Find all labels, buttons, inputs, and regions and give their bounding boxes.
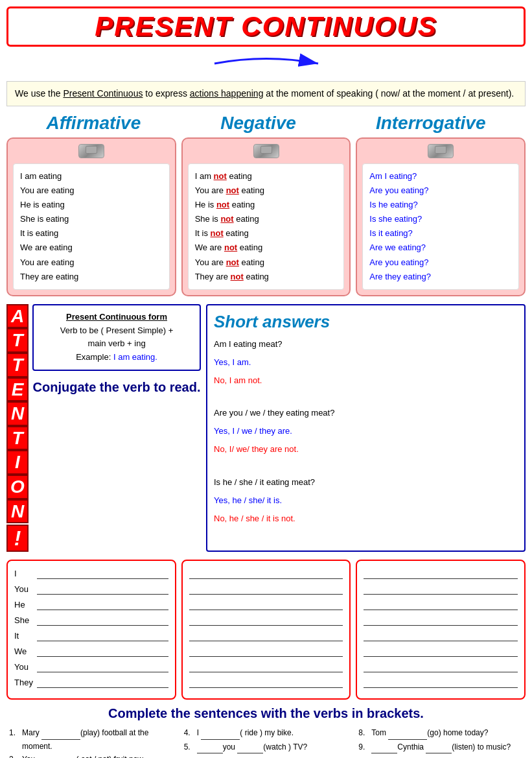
conj-line-We: We bbox=[14, 645, 168, 657]
conj3-line-4 bbox=[364, 614, 518, 626]
short-answers-box: Short answers Am I eating meat? Yes, I a… bbox=[206, 304, 526, 552]
int-line-5: Is it eating? bbox=[369, 226, 512, 241]
page-title: PRESENT CONTINUOUS bbox=[15, 11, 517, 42]
conj2-line-2 bbox=[189, 583, 343, 595]
letter-T2: T bbox=[6, 353, 29, 377]
conj-line-You: You bbox=[14, 583, 168, 595]
conj3-line-2 bbox=[364, 583, 518, 595]
arrow-container bbox=[6, 51, 526, 78]
int-line-1: Am I eating? bbox=[369, 169, 512, 184]
aff-line-7: You are eating bbox=[20, 255, 163, 270]
form-example-text: I am eating. bbox=[113, 352, 157, 362]
fill-9b bbox=[426, 744, 452, 753]
neg-line-1: I am not eating bbox=[195, 169, 338, 184]
conj3-line-1 bbox=[364, 567, 518, 579]
clip-interrogative bbox=[428, 144, 454, 158]
info-text3: at the moment of speaking ( now/ at the … bbox=[263, 88, 514, 99]
letter-T3: T bbox=[6, 426, 29, 451]
letter-T1: T bbox=[6, 328, 29, 353]
conj3-underline-4 bbox=[364, 614, 518, 626]
interrogative-clipboard: Am I eating? Are you eating? Is he eatin… bbox=[356, 137, 526, 296]
attention-letters: A T T E N T I O N ! bbox=[6, 304, 29, 552]
conj2-line-5 bbox=[189, 630, 343, 641]
short-answers-content: Am I eating meat? Yes, I am. No, I am no… bbox=[214, 337, 518, 526]
sentence-text-2: You ( eat / not) fruit now. bbox=[22, 753, 174, 758]
info-link2: actions happening bbox=[190, 88, 264, 99]
short-answers-title: Short answers bbox=[214, 312, 518, 332]
form-line2: main verb + ing bbox=[40, 337, 193, 351]
fill-5b bbox=[237, 744, 263, 753]
section-headers: Affirmative Negative Interrogative bbox=[6, 113, 526, 134]
sentence-9: 9. Cynthia (listen) to music? bbox=[358, 740, 523, 755]
neg-line-4: She is not eating bbox=[195, 212, 338, 226]
int-line-2: Are you eating? bbox=[369, 184, 512, 198]
conj2-underline-7 bbox=[189, 661, 343, 672]
conj2-underline-6 bbox=[189, 645, 343, 657]
aff-line-4: She is eating bbox=[20, 212, 163, 226]
letter-excl: ! bbox=[6, 525, 29, 552]
sentence-num-9: 9. bbox=[358, 740, 369, 755]
int-line-3: Is he eating? bbox=[369, 198, 512, 212]
sentence-2: 2. You ( eat / not) fruit now. bbox=[9, 753, 174, 758]
conj-underline-She bbox=[37, 614, 168, 626]
neg-line-2: You are not eating bbox=[195, 184, 338, 198]
conj-label-They: They bbox=[14, 678, 37, 687]
sa-yes2: Yes, I / we / they are. bbox=[214, 424, 518, 438]
conj2-line-3 bbox=[189, 598, 343, 610]
attention-column: A T T E N T I O N ! Present Continuous f… bbox=[6, 304, 201, 552]
sentence-text-6: Samuel ( dance ) at the moment? bbox=[197, 755, 349, 758]
conj-line-They: They bbox=[14, 676, 168, 688]
letter-N2: N bbox=[6, 499, 29, 524]
conj3-underline-7 bbox=[364, 661, 518, 672]
conj-label-You: You bbox=[14, 584, 37, 594]
letter-N: N bbox=[6, 401, 29, 426]
letter-O: O bbox=[6, 475, 29, 499]
info-link1: Present Continuous bbox=[63, 88, 143, 99]
conj3-line-5 bbox=[364, 630, 518, 641]
aff-line-2: You are eating bbox=[20, 184, 163, 198]
conj-box-1: I You He She It We You They bbox=[6, 560, 176, 700]
info-text2: to express bbox=[143, 88, 189, 99]
sentence-num-4: 4. bbox=[184, 726, 194, 740]
fill-4 bbox=[201, 731, 240, 740]
form-example: Example: I am eating. bbox=[40, 351, 193, 364]
int-line-8: Are they eating? bbox=[369, 270, 512, 284]
neg-line-6: We are not eating bbox=[195, 241, 338, 255]
complete-title: Complete the sentences with the verbs in… bbox=[6, 706, 526, 721]
affirmative-paper: I am eating You are eating He is eating … bbox=[13, 163, 170, 290]
fill-8 bbox=[388, 731, 427, 740]
sentence-1: 1. Mary (play) football at the moment. bbox=[9, 726, 174, 753]
conj-label-You2: You bbox=[14, 662, 37, 672]
conj3-underline-8 bbox=[364, 676, 518, 688]
aff-line-8: They are eating bbox=[20, 270, 163, 284]
conj2-underline-5 bbox=[189, 630, 343, 641]
sa-q3: Is he / she / it eating meat? bbox=[214, 475, 518, 490]
conj-line-I: I bbox=[14, 567, 168, 579]
sentences-col1: 1. Mary (play) football at the moment. 2… bbox=[9, 726, 174, 758]
sa-yes1: Yes, I am. bbox=[214, 355, 518, 370]
sa-q1: Am I eating meat? bbox=[214, 337, 518, 351]
sentence-5: 5. you (watch ) TV? bbox=[184, 740, 349, 755]
sentence-text-1: Mary (play) football at the moment. bbox=[22, 726, 174, 753]
sentence-text-4: I ( ride ) my bike. bbox=[197, 726, 349, 740]
sentence-text-8: Tom (go) home today? bbox=[371, 726, 523, 740]
clipboards-row: I am eating You are eating He is eating … bbox=[6, 137, 526, 296]
conj3-underline-2 bbox=[364, 583, 518, 595]
arrow-icon bbox=[202, 51, 331, 77]
fill-1 bbox=[41, 731, 80, 740]
fill-9a bbox=[371, 744, 397, 753]
sentence-text-5: you (watch ) TV? bbox=[197, 740, 349, 755]
sentence-num-6: 6. bbox=[184, 755, 194, 758]
sentences-col2: 4. I ( ride ) my bike. 5. you (watch ) T… bbox=[184, 726, 349, 758]
sentence-num-8: 8. bbox=[358, 726, 369, 740]
conj-label-It: It bbox=[14, 631, 37, 641]
conjugate-text: Conjugate the verb to read. bbox=[32, 376, 201, 399]
conj-label-I: I bbox=[14, 569, 37, 578]
conj2-underline-8 bbox=[189, 676, 343, 688]
conj-line-You2: You bbox=[14, 661, 168, 672]
conj-underline-I bbox=[37, 567, 168, 579]
conj-label-She: She bbox=[14, 615, 37, 625]
int-line-6: Are we eating? bbox=[369, 241, 512, 255]
conj-underline-They bbox=[37, 676, 168, 688]
conj-label-We: We bbox=[14, 646, 37, 656]
